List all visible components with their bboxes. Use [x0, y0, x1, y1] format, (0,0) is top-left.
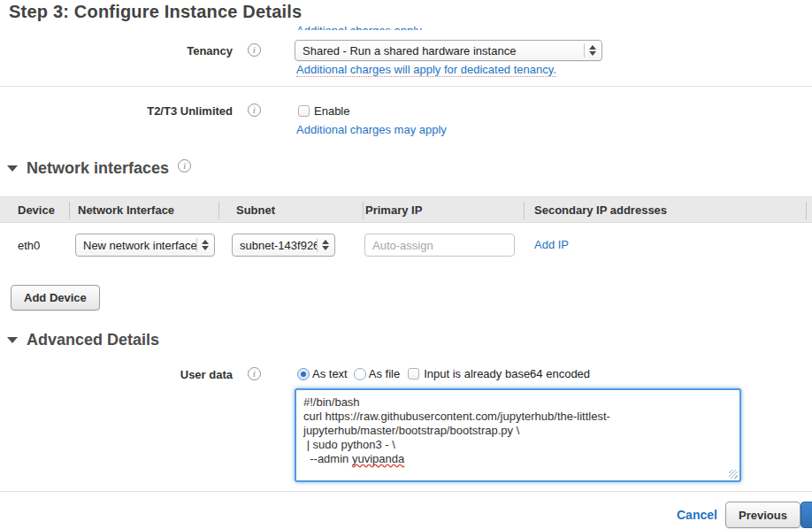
t2t3-info-icon[interactable]: i [248, 104, 261, 117]
page-title: Step 3: Configure Instance Details [9, 2, 302, 22]
network-interface-select[interactable]: New network interface [75, 234, 215, 257]
as-file-radio[interactable] [354, 368, 366, 380]
t2t3-enable-label: Enable [314, 104, 349, 118]
add-ip-link[interactable]: Add IP [534, 238, 569, 251]
col-network-interface: Network Interface [78, 197, 174, 224]
section-divider [0, 86, 812, 87]
userdata-line: jupyterhub/master/bootstrap/bootstrap.py… [303, 424, 732, 438]
tenancy-label: Tenancy [0, 44, 233, 58]
advanced-details-title: Advanced Details [27, 331, 159, 349]
add-device-button[interactable]: Add Device [11, 285, 100, 310]
tenancy-select-value: Shared - Run a shared hardware instance [295, 44, 584, 58]
tenancy-select[interactable]: Shared - Run a shared hardware instance [295, 40, 602, 61]
cancel-link[interactable]: Cancel [677, 508, 717, 522]
primary-ip-input[interactable] [364, 234, 515, 257]
userdata-line: curl https://raw.githubusercontent.com/j… [303, 410, 732, 424]
subnet-select-value: subnet-143f9263 [233, 239, 317, 252]
resize-grip-icon[interactable] [729, 470, 738, 479]
misspelled-word: yuvipanda [352, 452, 404, 465]
t2t3-enable-checkbox[interactable] [298, 105, 310, 117]
base64-checkbox[interactable] [408, 368, 419, 380]
select-stepper-icon [196, 238, 214, 252]
network-interfaces-info-icon[interactable]: i [178, 159, 191, 172]
advanced-details-section-header: Advanced Details [7, 331, 159, 349]
additional-charges-apply-link[interactable]: Additional charges apply. [296, 24, 424, 30]
network-interfaces-section-header: Network interfaces i [7, 159, 191, 178]
user-data-info-icon[interactable]: i [248, 367, 261, 380]
previous-button[interactable]: Previous [725, 502, 801, 528]
col-device: Device [18, 197, 55, 224]
dedicated-tenancy-charges-link[interactable]: Additional charges will apply for dedica… [296, 63, 556, 77]
select-stepper-icon [584, 43, 601, 58]
select-stepper-icon [317, 238, 334, 252]
user-data-mode-controls: As text As file Input is already base64 … [297, 367, 590, 380]
network-table-header: Device Network Interface Subnet Primary … [0, 196, 812, 223]
as-text-label: As text [312, 367, 348, 380]
col-secondary-ip: Secondary IP addresses [534, 197, 667, 224]
user-data-label: User data [0, 368, 233, 381]
configure-instance-page: Step 3: Configure Instance Details Addit… [0, 0, 812, 529]
device-eth0: eth0 [18, 239, 40, 252]
col-primary-ip: Primary IP [365, 197, 422, 224]
collapse-arrow-icon[interactable] [7, 165, 18, 172]
user-data-textarea[interactable]: #!/bin/bash curl https://raw.githubuserc… [295, 388, 741, 482]
as-text-radio[interactable] [297, 368, 310, 380]
col-subnet: Subnet [236, 197, 275, 224]
t2t3-charges-link[interactable]: Additional charges may apply [296, 123, 447, 136]
clipped-charges-link-wrap: Additional charges apply. [296, 22, 424, 30]
userdata-line: | sudo python3 - \ [303, 438, 732, 452]
userdata-line: --admin yuvipanda [303, 452, 732, 466]
footer-divider [0, 491, 812, 492]
base64-label: Input is already base64 encoded [424, 367, 590, 380]
network-interfaces-title: Network interfaces [27, 159, 169, 178]
next-button[interactable] [801, 502, 812, 528]
network-interface-select-value: New network interface [76, 239, 196, 252]
t2t3-unlimited-label: T2/T3 Unlimited [0, 104, 233, 118]
collapse-arrow-icon[interactable] [7, 337, 18, 343]
userdata-line: #!/bin/bash [303, 395, 732, 410]
as-file-label: As file [369, 367, 400, 380]
tenancy-info-icon[interactable]: i [248, 43, 261, 57]
subnet-select[interactable]: subnet-143f9263 [232, 234, 335, 257]
